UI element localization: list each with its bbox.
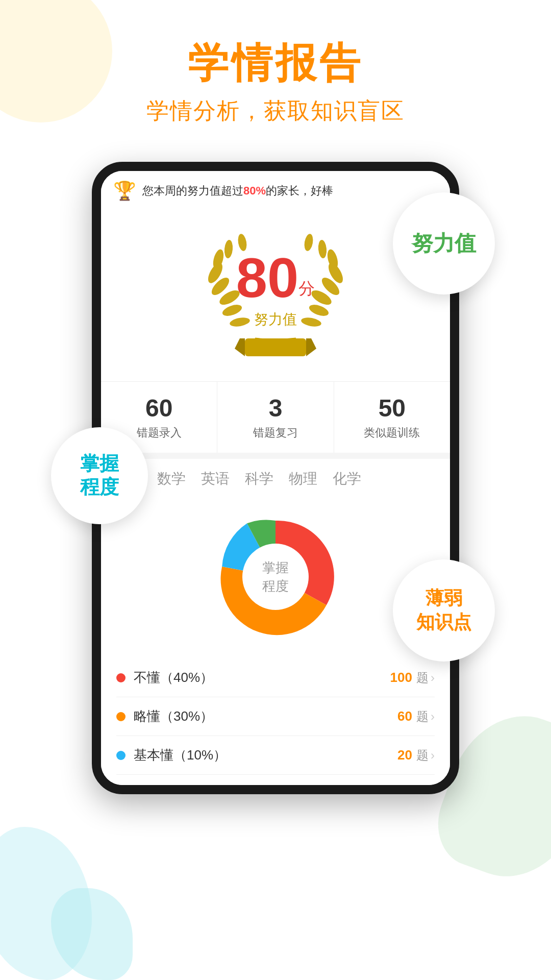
legend-item-slightly-know[interactable]: 略懂（30%） 60 题 › [116, 697, 435, 736]
legend-count-slightly-know: 60 [397, 708, 412, 724]
legend-dot-basic-know [116, 751, 126, 760]
tab-math[interactable]: 数学 [157, 469, 186, 495]
legend-count-dont-know: 100 [390, 670, 412, 685]
legend-section: 不懂（40%） 100 题 › 略懂（30%） 60 题 › 基本懂 [101, 653, 450, 785]
legend-unit-dont-know: 题 [416, 670, 429, 686]
stat-item-similar: 50 类似题训练 [334, 382, 450, 453]
score-display: 80分 [236, 250, 315, 306]
stat-number-wrong-entry: 60 [106, 394, 212, 422]
legend-text-slightly-know: 略懂（30%） [134, 707, 397, 725]
main-title: 学情报告 [0, 41, 551, 86]
effort-bubble-text: 努力值 [412, 231, 476, 256]
weak-bubble: 薄弱 知识点 [393, 559, 495, 662]
legend-text-basic-know: 基本懂（10%） [134, 746, 397, 764]
stat-label-similar: 类似题训练 [339, 425, 445, 440]
legend-item-basic-know[interactable]: 基本懂（10%） 20 题 › [116, 736, 435, 775]
legend-dot-slightly-know [116, 712, 126, 721]
svg-point-7 [223, 239, 233, 258]
donut-container: 掌握 程度 [209, 510, 342, 643]
legend-arrow-slightly-know: › [431, 709, 435, 724]
tab-physics[interactable]: 物理 [289, 469, 317, 495]
stat-number-similar: 50 [339, 394, 445, 422]
svg-marker-1 [235, 338, 245, 356]
stat-label-review: 错题复习 [222, 425, 328, 440]
legend-arrow-basic-know: › [431, 748, 435, 763]
tab-english[interactable]: 英语 [201, 469, 230, 495]
legend-item-dont-know[interactable]: 不懂（40%） 100 题 › [116, 658, 435, 697]
stats-row: 60 错题录入 3 错题复习 50 类似题训练 [101, 381, 450, 453]
page-container: 学情报告 学情分析，获取知识盲区 努力值 掌握 程度 薄弱 知识点 [0, 0, 551, 980]
tab-science[interactable]: 科学 [245, 469, 273, 495]
svg-rect-0 [245, 338, 306, 356]
svg-point-16 [303, 233, 314, 252]
phone-wrapper: 努力值 掌握 程度 薄弱 知识点 🏆 您本周的努力值超过80%的 [66, 162, 485, 794]
score-overlay: 80分 努力值 [236, 250, 315, 329]
tab-chemistry[interactable]: 化学 [333, 469, 361, 495]
donut-center-label: 掌握 程度 [262, 558, 289, 596]
weak-bubble-text: 薄弱 知识点 [416, 586, 471, 634]
legend-unit-basic-know: 题 [416, 747, 429, 764]
legend-arrow-dont-know: › [431, 671, 435, 685]
mastery-bubble-text: 掌握 程度 [80, 452, 119, 499]
score-number: 80 [236, 246, 298, 309]
subject-tabs[interactable]: 语文 数学 英语 科学 物理 化学 [101, 459, 450, 500]
header: 学情报告 学情分析，获取知识盲区 [0, 0, 551, 141]
trophy-icon: 🏆 [113, 180, 136, 202]
svg-point-15 [317, 239, 327, 258]
laurel-container: 80分 努力值 [194, 231, 357, 364]
legend-count-basic-know: 20 [397, 747, 412, 763]
mastery-bubble: 掌握 程度 [51, 427, 148, 524]
legend-unit-slightly-know: 题 [416, 708, 429, 725]
stat-item-review: 3 错题复习 [217, 382, 334, 453]
sub-title: 学情分析，获取知识盲区 [0, 96, 551, 126]
banner-text: 您本周的努力值超过80%的家长，好棒 [142, 183, 333, 199]
stat-number-review: 3 [222, 394, 328, 422]
top-banner: 🏆 您本周的努力值超过80%的家长，好棒 [101, 171, 450, 211]
score-unit: 分 [298, 279, 315, 298]
legend-text-dont-know: 不懂（40%） [134, 669, 390, 687]
legend-dot-dont-know [116, 673, 126, 682]
svg-marker-2 [306, 338, 316, 356]
effort-bubble: 努力值 [393, 192, 495, 295]
score-label: 努力值 [236, 310, 315, 329]
